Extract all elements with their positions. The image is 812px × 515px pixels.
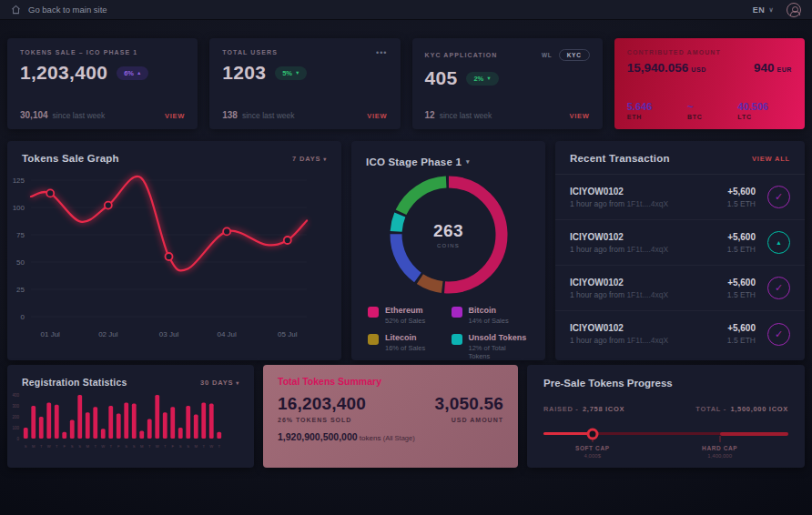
- ico-donut-chart: 263 COINS: [387, 173, 511, 297]
- recent-transactions-title: Recent Transaction: [570, 153, 670, 164]
- usd-amount-label: USD AMOUNT: [434, 417, 503, 423]
- tx-left: ICIYOW01021 hour ago from 1F1t....4xqX: [570, 187, 668, 208]
- presale-progress-panel: Pre-Sale Tokens Progress RAISED - 2,758 …: [527, 365, 805, 468]
- presale-title: Pre-Sale Tokens Progress: [543, 378, 788, 389]
- legend-item: Ethereum52% of Sales: [368, 306, 446, 325]
- total-users-label: TOTAL USERS: [222, 49, 278, 56]
- range-dropdown-30days[interactable]: 30 DAYS ▾: [200, 379, 239, 387]
- registration-title: Registration Statistics: [22, 377, 127, 388]
- hardcap-marker: HARD CAP 1,400,000: [702, 445, 737, 459]
- language-selector[interactable]: EN ∨: [753, 5, 774, 15]
- kyc-value: 405: [425, 67, 458, 89]
- tx-amounts: +5,6001.5 ETH: [727, 323, 756, 345]
- usd-amount-block: 3,050.56 USD AMOUNT: [434, 394, 503, 423]
- tokens-sale-card: TOKENS SALE – ICO PHASE 1 1,203,400 6% ▲…: [7, 38, 198, 129]
- tx-amounts: +5,6001.5 ETH: [727, 232, 756, 254]
- tokens-sale-change-suffix: since last week: [53, 111, 106, 120]
- tx-id: ICIYOW0102: [570, 232, 668, 242]
- transaction-row[interactable]: ICIYOW01021 hour ago from 1F1t....4xqX+5…: [555, 220, 805, 266]
- svg-text:T: T: [218, 444, 220, 449]
- registration-bar-chart: 4003002001000SMTWTFSSMTWTFSSMTWTFSSMTWT: [7, 389, 254, 457]
- legend-swatch: [452, 307, 462, 318]
- more-menu-icon[interactable]: •••: [376, 51, 387, 55]
- ico-stage-panel: ICO Stage Phase 1 ▾ 263 COINS Ethereum52…: [351, 141, 545, 360]
- tokens-sale-line-chart: 025507510012501 Jul02 Jul03 Jul04 Jul05 …: [7, 169, 341, 348]
- slider-fill: [543, 432, 593, 435]
- chevron-down-icon: ▾: [323, 157, 327, 162]
- slider-knob[interactable]: [586, 428, 598, 439]
- view-all-link[interactable]: VIEW ALL: [752, 155, 790, 163]
- tx-address: 1F1t....4xqX: [626, 336, 668, 345]
- svg-text:200: 200: [12, 415, 19, 419]
- chevron-down-icon: ▾: [466, 158, 470, 166]
- summary-title: Total Tokens Summary: [278, 376, 503, 387]
- range-dropdown-7days[interactable]: 7 DAYS ▾: [292, 155, 327, 163]
- check-circle-icon[interactable]: ✓: [767, 186, 790, 208]
- transaction-row[interactable]: ICIYOW01021 hour ago from 1F1t....4xqX+5…: [555, 311, 805, 357]
- tokens-sale-badge: 6% ▲: [117, 66, 148, 80]
- legend-swatch: [452, 334, 462, 345]
- legend-item: Unsold Tokens12% of Total Tokens: [452, 333, 530, 360]
- svg-text:400: 400: [12, 393, 19, 398]
- tx-amounts: +5,6001.5 ETH: [727, 187, 756, 208]
- svg-text:M: M: [195, 444, 198, 449]
- middle-row: Tokens Sale Graph 7 DAYS ▾ 0255075100125…: [7, 141, 805, 356]
- svg-text:03 Jul: 03 Jul: [159, 330, 179, 338]
- coins-total: 263: [433, 221, 463, 241]
- total-users-change-suffix: since last week: [242, 111, 295, 120]
- user-avatar[interactable]: [787, 3, 801, 17]
- kyc-change-suffix: since last week: [440, 111, 492, 120]
- tokens-sold-label: 26% TOKENS SOLD: [278, 417, 366, 423]
- tx-amount: +5,600: [727, 278, 756, 288]
- total-users-card: TOTAL USERS ••• 1203 5% ▼ 138 since last…: [209, 38, 400, 129]
- tx-left: ICIYOW01021 hour ago from 1F1t....4xqX: [570, 323, 668, 345]
- tx-id: ICIYOW0102: [570, 323, 668, 333]
- svg-text:T: T: [56, 444, 58, 449]
- svg-text:S: S: [125, 444, 127, 449]
- kyc-tabs: WL KYC: [542, 49, 590, 61]
- legend-detail: 16% of Sales: [385, 344, 425, 352]
- kyc-badge: 2% ▼: [466, 72, 498, 86]
- trend-down-icon: ▼: [486, 76, 491, 81]
- kyc-view-link[interactable]: VIEW: [569, 112, 589, 120]
- svg-text:100: 100: [13, 204, 25, 212]
- coins-label: COINS: [437, 243, 460, 248]
- coin-amounts: 5.646ETH~BTC40.506LTC: [627, 101, 792, 120]
- presale-progress-slider: SOFT CAP 4,000$ HARD CAP 1,400,000: [543, 428, 788, 459]
- svg-text:T: T: [164, 444, 167, 449]
- tx-address: 1F1t....4xqX: [626, 199, 668, 208]
- transaction-row[interactable]: ICIYOW01021 hour ago from 1F1t....4xqX+5…: [555, 266, 805, 311]
- tokens-sold-value: 16,203,400: [278, 394, 366, 414]
- svg-text:T: T: [94, 444, 96, 449]
- legend-item: Litecoin16% of Sales: [368, 333, 446, 360]
- tab-kyc[interactable]: KYC: [559, 49, 590, 61]
- svg-text:F: F: [171, 444, 174, 449]
- tokens-sale-view-link[interactable]: VIEW: [165, 112, 185, 120]
- tx-subtitle: 1 hour ago from 1F1t....4xqX: [570, 290, 668, 299]
- tx-amount: +5,600: [727, 187, 756, 197]
- legend-swatch: [368, 307, 379, 318]
- tab-wl[interactable]: WL: [542, 52, 553, 58]
- topbar: Go back to main site EN ∨: [0, 0, 812, 20]
- check-circle-icon[interactable]: ✓: [767, 323, 790, 346]
- ico-stage-dropdown[interactable]: ICO Stage Phase 1 ▾: [366, 157, 470, 167]
- back-to-main-site-link[interactable]: Go back to main site: [11, 5, 107, 15]
- usd-amount-value: 3,050.56: [434, 394, 503, 414]
- svg-text:S: S: [78, 444, 81, 449]
- check-circle-icon[interactable]: ✓: [767, 277, 790, 299]
- chevron-down-icon: ▾: [236, 380, 239, 386]
- tx-subtitle: 1 hour ago from 1F1t....4xqX: [570, 245, 668, 254]
- tokens-sale-label: TOKENS SALE – ICO PHASE 1: [20, 49, 137, 56]
- total-users-change: 138: [222, 110, 238, 120]
- svg-text:75: 75: [16, 231, 25, 239]
- arrow-up-circle-icon[interactable]: ▲: [767, 231, 790, 254]
- softcap-marker: SOFT CAP 4,000$: [575, 445, 610, 459]
- total-users-view-link[interactable]: VIEW: [367, 112, 387, 120]
- svg-text:W: W: [209, 444, 213, 449]
- svg-text:F: F: [117, 444, 120, 449]
- transaction-row[interactable]: ICIYOW01021 hour ago from 1F1t....4xqX+5…: [555, 175, 805, 220]
- kyc-change: 12: [425, 110, 435, 120]
- svg-text:F: F: [63, 444, 66, 449]
- svg-text:T: T: [40, 444, 43, 449]
- tx-address: 1F1t....4xqX: [626, 290, 668, 299]
